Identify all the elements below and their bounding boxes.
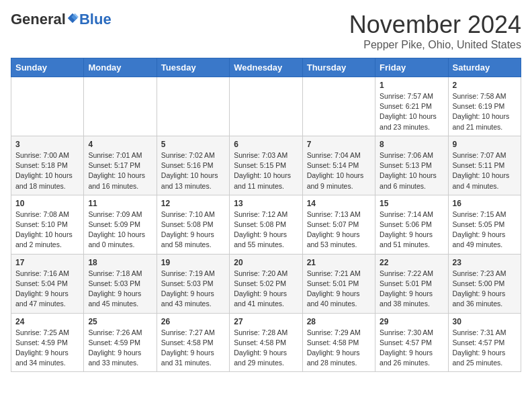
calendar-week-row: 10Sunrise: 7:08 AM Sunset: 5:10 PM Dayli…	[11, 195, 521, 254]
day-number: 10	[15, 199, 79, 208]
calendar-cell: 20Sunrise: 7:20 AM Sunset: 5:02 PM Dayli…	[230, 254, 302, 313]
day-number: 2	[453, 81, 517, 90]
day-detail: Sunrise: 7:01 AM Sunset: 5:17 PM Dayligh…	[88, 150, 152, 191]
calendar-cell: 18Sunrise: 7:18 AM Sunset: 5:03 PM Dayli…	[84, 254, 157, 313]
day-detail: Sunrise: 7:57 AM Sunset: 6:21 PM Dayligh…	[380, 91, 443, 132]
calendar-cell: 8Sunrise: 7:06 AM Sunset: 5:13 PM Daylig…	[375, 136, 448, 195]
weekday-header-thursday: Thursday	[302, 58, 375, 77]
calendar-cell: 21Sunrise: 7:21 AM Sunset: 5:01 PM Dayli…	[302, 254, 375, 313]
weekday-header-saturday: Saturday	[448, 58, 521, 77]
calendar-cell: 3Sunrise: 7:00 AM Sunset: 5:18 PM Daylig…	[11, 136, 84, 195]
day-number: 21	[307, 258, 371, 267]
calendar-cell: 17Sunrise: 7:16 AM Sunset: 5:04 PM Dayli…	[11, 254, 84, 313]
calendar-cell	[230, 77, 302, 136]
day-detail: Sunrise: 7:03 AM Sunset: 5:15 PM Dayligh…	[234, 150, 298, 191]
day-number: 27	[234, 317, 298, 326]
calendar-cell	[302, 77, 375, 136]
day-detail: Sunrise: 7:29 AM Sunset: 4:58 PM Dayligh…	[307, 328, 371, 369]
calendar-cell: 27Sunrise: 7:28 AM Sunset: 4:58 PM Dayli…	[230, 313, 302, 372]
day-number: 1	[380, 81, 443, 90]
calendar-cell: 11Sunrise: 7:09 AM Sunset: 5:09 PM Dayli…	[84, 195, 157, 254]
day-number: 29	[380, 317, 443, 326]
calendar-cell: 23Sunrise: 7:23 AM Sunset: 5:00 PM Dayli…	[448, 254, 521, 313]
day-number: 7	[307, 140, 371, 149]
calendar-cell: 14Sunrise: 7:13 AM Sunset: 5:07 PM Dayli…	[302, 195, 375, 254]
day-detail: Sunrise: 7:00 AM Sunset: 5:18 PM Dayligh…	[15, 150, 79, 191]
page-header: General Blue November 2024 Pepper Pike, …	[11, 11, 521, 51]
calendar-cell: 1Sunrise: 7:57 AM Sunset: 6:21 PM Daylig…	[375, 77, 448, 136]
calendar-cell: 29Sunrise: 7:30 AM Sunset: 4:57 PM Dayli…	[375, 313, 448, 372]
weekday-header-wednesday: Wednesday	[230, 58, 302, 77]
calendar-cell	[11, 77, 84, 136]
day-number: 22	[380, 258, 443, 267]
calendar-cell: 7Sunrise: 7:04 AM Sunset: 5:14 PM Daylig…	[302, 136, 375, 195]
day-detail: Sunrise: 7:19 AM Sunset: 5:03 PM Dayligh…	[161, 269, 225, 310]
calendar-cell: 5Sunrise: 7:02 AM Sunset: 5:16 PM Daylig…	[157, 136, 229, 195]
day-number: 28	[307, 317, 371, 326]
day-detail: Sunrise: 7:08 AM Sunset: 5:10 PM Dayligh…	[15, 210, 79, 250]
day-number: 12	[161, 199, 225, 208]
day-number: 26	[161, 317, 225, 326]
logo: General Blue	[11, 11, 112, 28]
calendar-cell: 28Sunrise: 7:29 AM Sunset: 4:58 PM Dayli…	[302, 313, 375, 372]
logo-blue-text: Blue	[79, 11, 112, 28]
day-detail: Sunrise: 7:14 AM Sunset: 5:06 PM Dayligh…	[380, 210, 443, 250]
day-detail: Sunrise: 7:09 AM Sunset: 5:09 PM Dayligh…	[88, 210, 152, 250]
day-number: 14	[307, 199, 371, 208]
day-detail: Sunrise: 7:15 AM Sunset: 5:05 PM Dayligh…	[453, 210, 517, 250]
day-detail: Sunrise: 7:31 AM Sunset: 4:57 PM Dayligh…	[453, 328, 517, 369]
day-detail: Sunrise: 7:13 AM Sunset: 5:07 PM Dayligh…	[307, 210, 371, 250]
day-detail: Sunrise: 7:30 AM Sunset: 4:57 PM Dayligh…	[380, 328, 443, 369]
day-number: 17	[15, 258, 79, 267]
day-number: 4	[88, 140, 152, 149]
calendar-cell: 26Sunrise: 7:27 AM Sunset: 4:58 PM Dayli…	[157, 313, 229, 372]
calendar-cell: 19Sunrise: 7:19 AM Sunset: 5:03 PM Dayli…	[157, 254, 229, 313]
day-number: 25	[88, 317, 152, 326]
calendar-table: SundayMondayTuesdayWednesdayThursdayFrid…	[11, 58, 521, 372]
logo-general-text: General	[11, 11, 66, 28]
calendar-cell: 30Sunrise: 7:31 AM Sunset: 4:57 PM Dayli…	[448, 313, 521, 372]
calendar-cell: 6Sunrise: 7:03 AM Sunset: 5:15 PM Daylig…	[230, 136, 302, 195]
day-detail: Sunrise: 7:18 AM Sunset: 5:03 PM Dayligh…	[88, 269, 152, 310]
day-number: 23	[453, 258, 517, 267]
day-detail: Sunrise: 7:25 AM Sunset: 4:59 PM Dayligh…	[15, 328, 79, 369]
day-detail: Sunrise: 7:04 AM Sunset: 5:14 PM Dayligh…	[307, 150, 371, 191]
calendar-cell: 12Sunrise: 7:10 AM Sunset: 5:08 PM Dayli…	[157, 195, 229, 254]
day-detail: Sunrise: 7:02 AM Sunset: 5:16 PM Dayligh…	[161, 150, 225, 191]
calendar-cell: 9Sunrise: 7:07 AM Sunset: 5:11 PM Daylig…	[448, 136, 521, 195]
day-detail: Sunrise: 7:27 AM Sunset: 4:58 PM Dayligh…	[161, 328, 225, 369]
day-number: 16	[453, 199, 517, 208]
day-number: 20	[234, 258, 298, 267]
calendar-cell: 25Sunrise: 7:26 AM Sunset: 4:59 PM Dayli…	[84, 313, 157, 372]
calendar-week-row: 3Sunrise: 7:00 AM Sunset: 5:18 PM Daylig…	[11, 136, 521, 195]
calendar-cell: 24Sunrise: 7:25 AM Sunset: 4:59 PM Dayli…	[11, 313, 84, 372]
day-detail: Sunrise: 7:26 AM Sunset: 4:59 PM Dayligh…	[88, 328, 152, 369]
title-section: November 2024 Pepper Pike, Ohio, United …	[349, 11, 521, 51]
calendar-week-row: 24Sunrise: 7:25 AM Sunset: 4:59 PM Dayli…	[11, 313, 521, 372]
day-detail: Sunrise: 7:07 AM Sunset: 5:11 PM Dayligh…	[453, 150, 517, 191]
weekday-header-friday: Friday	[375, 58, 448, 77]
calendar-cell: 2Sunrise: 7:58 AM Sunset: 6:19 PM Daylig…	[448, 77, 521, 136]
weekday-header-monday: Monday	[84, 58, 157, 77]
calendar-cell	[84, 77, 157, 136]
day-detail: Sunrise: 7:10 AM Sunset: 5:08 PM Dayligh…	[161, 210, 225, 250]
day-detail: Sunrise: 7:23 AM Sunset: 5:00 PM Dayligh…	[453, 269, 517, 310]
day-number: 30	[453, 317, 517, 326]
calendar-cell: 15Sunrise: 7:14 AM Sunset: 5:06 PM Dayli…	[375, 195, 448, 254]
day-number: 8	[380, 140, 443, 149]
day-detail: Sunrise: 7:12 AM Sunset: 5:08 PM Dayligh…	[234, 210, 298, 250]
day-detail: Sunrise: 7:21 AM Sunset: 5:01 PM Dayligh…	[307, 269, 371, 310]
calendar-cell: 16Sunrise: 7:15 AM Sunset: 5:05 PM Dayli…	[448, 195, 521, 254]
day-detail: Sunrise: 7:20 AM Sunset: 5:02 PM Dayligh…	[234, 269, 298, 310]
calendar-week-row: 1Sunrise: 7:57 AM Sunset: 6:21 PM Daylig…	[11, 77, 521, 136]
weekday-header-tuesday: Tuesday	[157, 58, 229, 77]
location-title: Pepper Pike, Ohio, United States	[349, 39, 521, 51]
day-number: 6	[234, 140, 298, 149]
day-number: 5	[161, 140, 225, 149]
calendar-cell: 22Sunrise: 7:22 AM Sunset: 5:01 PM Dayli…	[375, 254, 448, 313]
calendar-week-row: 17Sunrise: 7:16 AM Sunset: 5:04 PM Dayli…	[11, 254, 521, 313]
day-detail: Sunrise: 7:22 AM Sunset: 5:01 PM Dayligh…	[380, 269, 443, 310]
day-number: 24	[15, 317, 79, 326]
day-number: 9	[453, 140, 517, 149]
day-detail: Sunrise: 7:06 AM Sunset: 5:13 PM Dayligh…	[380, 150, 443, 191]
